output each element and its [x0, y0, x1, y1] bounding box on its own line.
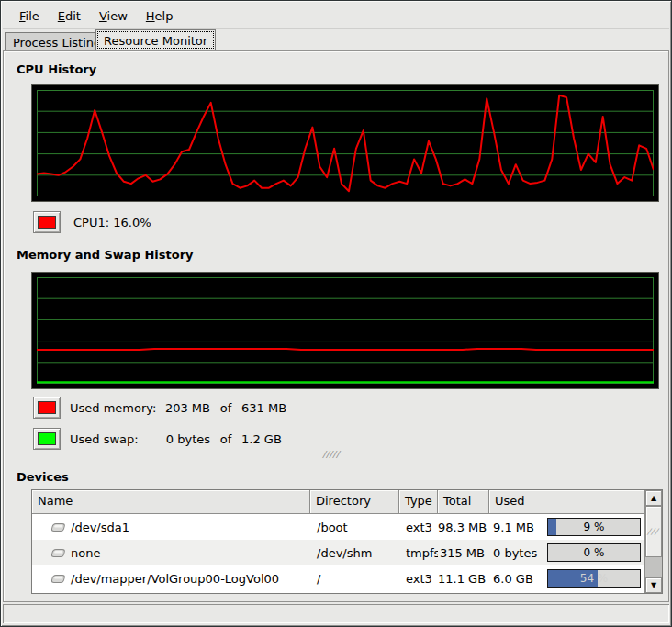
- scroll-down-icon[interactable]: ▼: [645, 577, 662, 593]
- table-row[interactable]: /dev/mapper/VolGroup00-LogVol00 / ext3 1…: [32, 565, 644, 591]
- device-total: 98.3 MB: [438, 521, 489, 534]
- column-header-total[interactable]: Total: [438, 490, 489, 514]
- device-directory: /: [310, 572, 399, 586]
- disk-icon: [50, 547, 65, 559]
- usage-progress-bar: 0 %: [547, 543, 641, 562]
- usage-progress-bar: 9 %: [547, 518, 641, 536]
- usage-progress-bar: 54 %: [547, 569, 641, 588]
- disk-icon: [50, 521, 65, 533]
- column-header-type[interactable]: Type: [399, 490, 438, 514]
- device-type: ext3: [399, 572, 438, 586]
- memory-color-swatch: [38, 401, 56, 414]
- device-total: 11.1 GB: [438, 572, 489, 586]
- status-bar: [3, 604, 669, 623]
- scrollbar-grip-icon: ///: [646, 527, 661, 536]
- menu-file[interactable]: File: [10, 6, 49, 27]
- usage-percent-label: 0 %: [548, 544, 640, 561]
- tab-process-listing[interactable]: Process Listing: [5, 32, 109, 50]
- device-name: none: [71, 546, 100, 560]
- used-swap-row: Used swap: 0 bytes of 1.2 GB: [33, 428, 306, 450]
- usage-percent-label: 9 %: [548, 519, 640, 535]
- devices-header-row: Name Directory Type Total Used: [32, 490, 644, 514]
- vertical-scrollbar[interactable]: ▲ /// ▼: [644, 490, 662, 593]
- cpu1-usage-label: CPU1: 16.0%: [73, 216, 151, 230]
- pane-resize-grip[interactable]: ⁄⁄⁄⁄⁄: [324, 450, 355, 461]
- swap-color-swatch: [38, 432, 56, 445]
- total-swap-value: 1.2 GB: [241, 432, 306, 446]
- memory-swap-title: Memory and Swap History: [17, 248, 194, 262]
- cpu-history-graph: [31, 84, 659, 202]
- column-header-directory[interactable]: Directory: [310, 490, 399, 514]
- devices-title: Devices: [17, 470, 69, 484]
- device-directory: /dev/shm: [310, 546, 399, 560]
- used-swap-value: 0 bytes: [157, 432, 210, 446]
- memory-swap-chart: [37, 277, 654, 384]
- scrollbar-thumb[interactable]: ///: [645, 506, 662, 557]
- resource-monitor-page: CPU History CPU1: 16.0% Memory and Swap …: [3, 50, 669, 602]
- memory-color-button[interactable]: [33, 397, 61, 419]
- tab-resource-monitor[interactable]: Resource Monitor: [95, 29, 216, 50]
- cpu-legend: CPU1: 16.0%: [33, 211, 151, 233]
- device-name: /dev/mapper/VolGroup00-LogVol00: [71, 572, 279, 586]
- column-header-name[interactable]: Name: [32, 490, 310, 514]
- device-used: 0 bytes: [493, 546, 537, 560]
- memory-legend: Used memory: 203 MB of 631 MB Used swap:…: [33, 397, 306, 459]
- menu-help[interactable]: Help: [137, 6, 183, 27]
- device-used: 9.1 MB: [493, 521, 534, 534]
- devices-table-body: Name Directory Type Total Used: [32, 490, 644, 593]
- tab-strip: Process Listing Resource Monitor: [3, 29, 669, 50]
- used-swap-label: Used swap:: [70, 432, 157, 446]
- menu-view[interactable]: View: [90, 6, 137, 27]
- devices-table: Name Directory Type Total Used: [31, 489, 663, 594]
- swap-color-button[interactable]: [33, 428, 61, 450]
- cpu-history-title: CPU History: [17, 62, 96, 76]
- used-memory-of: of: [210, 401, 241, 415]
- menu-edit[interactable]: Edit: [49, 6, 90, 27]
- usage-percent-label: 54 %: [548, 570, 640, 587]
- used-memory-value: 203 MB: [157, 401, 210, 415]
- cpu1-color-button[interactable]: [33, 211, 61, 233]
- memory-swap-graph: [31, 272, 659, 389]
- device-type: ext3: [399, 521, 438, 534]
- device-type: tmpfs: [399, 546, 438, 560]
- table-row[interactable]: none /dev/shm tmpfs 315 MB 0 bytes 0 %: [32, 540, 644, 565]
- table-row[interactable]: /dev/sda1 /boot ext3 98.3 MB 9.1 MB 9 %: [32, 514, 644, 540]
- app-window: File Edit View Help Process Listing Reso…: [0, 0, 672, 627]
- device-directory: /boot: [310, 521, 399, 534]
- menu-bar: File Edit View Help: [3, 3, 669, 29]
- disk-icon: [50, 573, 65, 585]
- column-header-used[interactable]: Used: [489, 490, 644, 514]
- cpu-history-chart: [37, 90, 654, 196]
- device-used: 6.0 GB: [493, 572, 533, 586]
- scrollbar-trough[interactable]: [645, 557, 662, 577]
- device-name: /dev/sda1: [71, 521, 129, 534]
- used-swap-of: of: [210, 432, 241, 446]
- device-total: 315 MB: [438, 546, 489, 560]
- cpu1-color-swatch: [38, 216, 56, 229]
- total-memory-value: 631 MB: [241, 401, 306, 415]
- scroll-up-icon[interactable]: ▲: [645, 490, 662, 506]
- used-memory-label: Used memory:: [70, 401, 157, 415]
- used-memory-row: Used memory: 203 MB of 631 MB: [33, 397, 306, 419]
